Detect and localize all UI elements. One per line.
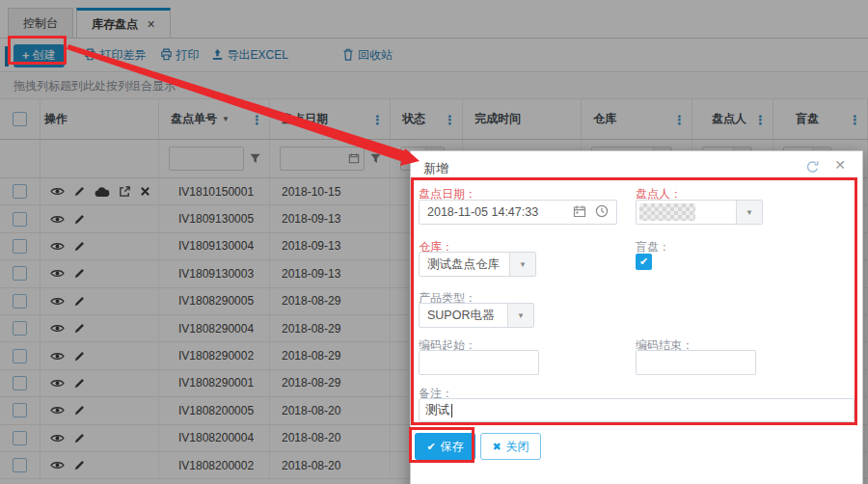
check-date-value: 2018-11-05 14:47:33 xyxy=(420,205,573,219)
app-window: 控制台 库存盘点 ✕ + 创建 打印差异 打印 导出EXC xyxy=(0,0,868,484)
code-end-input[interactable] xyxy=(636,350,756,375)
warehouse-select[interactable]: 测试盘点仓库 ▼ xyxy=(419,252,536,277)
product-type-value: SUPOR电器 xyxy=(420,308,507,324)
calendar-icon[interactable] xyxy=(573,204,586,221)
clock-icon[interactable] xyxy=(595,204,609,221)
cross-icon: ✖ xyxy=(492,442,501,452)
chevron-down-icon[interactable]: ▼ xyxy=(509,253,535,276)
redacted-checker-value xyxy=(639,203,695,221)
save-button-label: 保存 xyxy=(441,439,464,455)
chevron-down-icon[interactable]: ▼ xyxy=(507,304,533,327)
close-button[interactable]: ✖ 关闭 xyxy=(480,433,541,460)
dialog-title: 新增 xyxy=(423,160,448,177)
dialog-close-icon[interactable]: ✕ xyxy=(834,158,846,172)
refresh-icon[interactable] xyxy=(805,160,820,175)
check-icon: ✔ xyxy=(426,442,435,452)
text-caret xyxy=(451,404,452,417)
new-record-dialog: 新增 ✕ 盘点日期： 2018-11-05 14:47:33 盘点人： ▼ 仓库… xyxy=(410,150,863,484)
checker-select[interactable]: ▼ xyxy=(636,200,763,225)
save-button[interactable]: ✔ 保存 xyxy=(415,433,475,460)
close-button-label: 关闭 xyxy=(506,439,529,455)
chevron-down-icon[interactable]: ▼ xyxy=(736,201,762,224)
remark-value: 测试 xyxy=(425,402,449,418)
code-start-input[interactable] xyxy=(419,350,539,375)
warehouse-value: 测试盘点仓库 xyxy=(420,256,509,273)
check-date-picker[interactable]: 2018-11-05 14:47:33 xyxy=(419,200,617,225)
remark-textarea[interactable]: 测试 xyxy=(419,398,854,422)
blind-checkbox[interactable]: ✔ xyxy=(636,254,652,270)
product-type-select[interactable]: SUPOR电器 ▼ xyxy=(419,303,534,328)
check-icon: ✔ xyxy=(639,255,648,268)
